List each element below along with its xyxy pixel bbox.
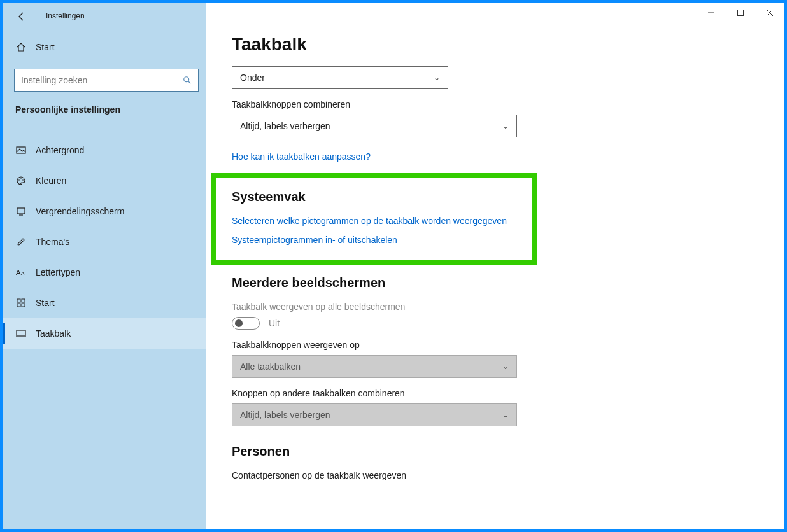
show-buttons-dropdown[interactable]: Alle taakbalken ⌄ bbox=[232, 355, 517, 378]
svg-rect-13 bbox=[22, 304, 25, 307]
palette-icon bbox=[15, 176, 27, 186]
nav-item-lockscreen[interactable]: Vergrendelingsscherm bbox=[3, 196, 206, 227]
nav-item-start[interactable]: Start bbox=[3, 288, 206, 318]
nav-item-label: Kleuren bbox=[36, 176, 66, 186]
picture-icon bbox=[15, 145, 27, 155]
search-icon bbox=[183, 76, 192, 85]
systray-select-icons-link[interactable]: Selecteren welke pictogrammen op de taak… bbox=[232, 216, 517, 226]
nav-item-label: Start bbox=[36, 298, 55, 308]
svg-line-1 bbox=[188, 81, 191, 84]
nav-item-label: Achtergrond bbox=[36, 145, 84, 155]
nav-item-fonts[interactable]: AA Lettertypen bbox=[3, 257, 206, 288]
nav-item-label: Vergrendelingsscherm bbox=[36, 206, 124, 216]
show-contacts-label: Contactpersonen op de taakbalk weergeven bbox=[232, 470, 784, 480]
svg-point-4 bbox=[20, 178, 22, 179]
chevron-down-icon: ⌄ bbox=[502, 410, 509, 419]
multimon-heading: Meerdere beeldschermen bbox=[232, 276, 784, 290]
category-heading: Persoonlijke instellingen bbox=[15, 104, 120, 115]
chevron-down-icon: ⌄ bbox=[502, 122, 509, 130]
nav-item-label: Taakbalk bbox=[36, 328, 71, 339]
svg-rect-12 bbox=[17, 304, 20, 307]
combine-other-dropdown[interactable]: Altijd, labels verbergen ⌄ bbox=[232, 403, 517, 426]
search-input-wrap[interactable] bbox=[14, 69, 199, 92]
font-icon: AA bbox=[15, 267, 27, 277]
start-icon bbox=[15, 298, 27, 308]
systray-system-icons-link[interactable]: Systeempictogrammen in- of uitschakelen bbox=[232, 235, 517, 245]
arrow-left-icon bbox=[17, 11, 27, 22]
home-icon bbox=[15, 42, 27, 52]
nav-item-colors[interactable]: Kleuren bbox=[3, 165, 206, 196]
back-button[interactable] bbox=[14, 9, 29, 24]
people-heading: Personen bbox=[232, 444, 784, 459]
dropdown-value: Altijd, labels verbergen bbox=[240, 121, 330, 131]
svg-rect-17 bbox=[738, 10, 744, 16]
svg-point-0 bbox=[184, 77, 189, 82]
lockscreen-icon bbox=[15, 206, 27, 216]
show-all-label: Taakbalk weergeven op alle beeldschermen bbox=[232, 302, 784, 312]
taskbar-position-dropdown[interactable]: Onder ⌄ bbox=[232, 66, 448, 89]
taskbar-icon bbox=[15, 328, 27, 339]
chevron-down-icon: ⌄ bbox=[502, 362, 509, 371]
chevron-down-icon: ⌄ bbox=[434, 73, 440, 82]
nav-item-background[interactable]: Achtergrond bbox=[3, 135, 206, 165]
systray-heading: Systeemvak bbox=[232, 190, 517, 204]
svg-rect-6 bbox=[17, 208, 25, 214]
toggle-state-label: Uit bbox=[269, 318, 280, 328]
minimize-button[interactable] bbox=[697, 3, 726, 23]
nav-item-themes[interactable]: Thema's bbox=[3, 227, 206, 257]
search-input[interactable] bbox=[21, 75, 183, 85]
window-controls bbox=[697, 3, 784, 23]
svg-text:A: A bbox=[21, 270, 25, 276]
brush-icon bbox=[15, 237, 27, 247]
page-title: Taakbalk bbox=[232, 34, 784, 55]
sidebar: Instellingen Start Persoonlijke instelli… bbox=[3, 3, 206, 529]
window-title: Instellingen bbox=[46, 11, 85, 20]
combine-other-label: Knoppen op andere taakbalken combineren bbox=[232, 388, 784, 398]
svg-rect-11 bbox=[22, 299, 25, 302]
nav-item-taskbar[interactable]: Taakbalk bbox=[3, 318, 206, 349]
nav-item-label: Lettertypen bbox=[36, 267, 80, 277]
toggle-knob bbox=[235, 319, 243, 327]
nav-list: Achtergrond Kleuren Vergrendelingsscherm… bbox=[3, 135, 206, 349]
svg-point-3 bbox=[18, 179, 20, 181]
svg-point-5 bbox=[22, 179, 24, 181]
show-buttons-label: Taakbalkknoppen weergeven op bbox=[232, 340, 784, 350]
dropdown-value: Altijd, labels verbergen bbox=[240, 410, 330, 420]
home-button[interactable]: Start bbox=[15, 42, 55, 52]
maximize-button[interactable] bbox=[726, 3, 755, 23]
nav-item-label: Thema's bbox=[36, 237, 69, 247]
home-label: Start bbox=[36, 42, 55, 52]
svg-rect-10 bbox=[17, 299, 20, 302]
svg-text:A: A bbox=[16, 269, 21, 276]
combine-label: Taakbalkknoppen combineren bbox=[232, 99, 784, 109]
dropdown-value: Alle taakbalken bbox=[240, 361, 301, 372]
combine-dropdown[interactable]: Altijd, labels verbergen ⌄ bbox=[232, 115, 517, 137]
systray-highlight: Systeemvak Selecteren welke pictogrammen… bbox=[211, 173, 537, 265]
close-button[interactable] bbox=[755, 3, 784, 23]
show-all-toggle[interactable] bbox=[232, 317, 260, 330]
help-link[interactable]: Hoe kan ik taakbalken aanpassen? bbox=[232, 151, 784, 162]
content-panel: Taakbalk Onder ⌄ Taakbalkknoppen combine… bbox=[206, 3, 784, 529]
dropdown-value: Onder bbox=[240, 73, 265, 83]
